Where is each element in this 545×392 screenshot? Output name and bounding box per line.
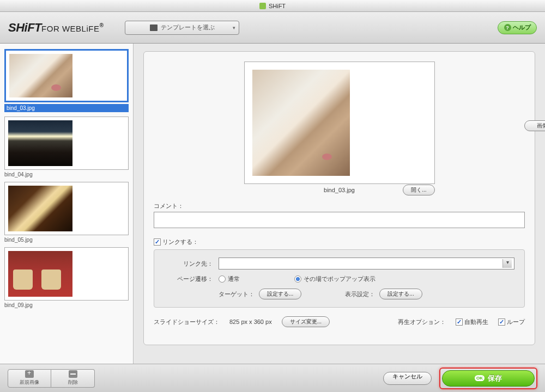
preview-frame: [244, 62, 435, 184]
resize-button[interactable]: サイズ変更...: [282, 316, 330, 327]
link-dest-label: リンク先：: [164, 260, 213, 268]
loop-checkbox[interactable]: [498, 318, 505, 326]
target-settings-button[interactable]: 設定する...: [259, 289, 301, 299]
save-button[interactable]: 保存: [442, 370, 535, 387]
content-area: 画像編集 bind_03.jpg 開く... コメント： リンクする： リンク先…: [134, 44, 545, 364]
editor-panel: 画像編集 bind_03.jpg 開く... コメント： リンクする： リンク先…: [143, 51, 535, 345]
link-dest-select[interactable]: [219, 258, 514, 270]
titlebar: SHiFT: [0, 0, 545, 12]
autoplay-checkbox[interactable]: [456, 318, 463, 326]
open-button[interactable]: 開く...: [403, 185, 434, 195]
thumbnail-item[interactable]: bind_04.jpg: [4, 117, 129, 177]
thumbnail-sidebar: bind_03.jpg bind_04.jpg bind_05.jpg bind…: [0, 44, 134, 364]
preview-image: [252, 70, 350, 176]
display-label: 表示設定：: [345, 290, 375, 298]
thumbnail-label: bind_05.jpg: [4, 237, 129, 243]
cancel-button[interactable]: キャンセル: [383, 372, 432, 385]
help-button[interactable]: ヘルプ: [498, 21, 537, 34]
footer: 新規画像 削除 キャンセル 保存: [0, 364, 545, 392]
preview-filename: bind_03.jpg: [324, 187, 355, 193]
thumbnail-label: bind_03.jpg: [4, 104, 129, 112]
minus-icon: [69, 370, 77, 378]
slideshow-size-value: 825 px x 360 px: [229, 318, 272, 325]
window-title: SHiFT: [269, 3, 286, 9]
link-settings-box: リンク先： ページ遷移： 通常 その場でポップアップ表示: [154, 249, 525, 308]
save-highlight: 保存: [439, 367, 537, 389]
new-image-button[interactable]: 新規画像: [8, 369, 51, 388]
thumbnail-label: bind_04.jpg: [4, 171, 129, 177]
thumbnail-image: [8, 251, 72, 297]
thumbnail-image: [9, 54, 72, 97]
thumbnail-image: [8, 186, 72, 231]
plus-icon: [25, 370, 34, 378]
comment-input[interactable]: [154, 212, 525, 228]
thumbnail-item[interactable]: bind_09.jpg: [4, 247, 129, 308]
thumbnail-item[interactable]: bind_03.jpg: [4, 49, 129, 112]
template-icon: [150, 24, 158, 31]
radio-normal[interactable]: [219, 275, 226, 283]
thumbnail-label: bind_09.jpg: [4, 302, 129, 308]
target-label: ターゲット：: [219, 290, 255, 298]
play-option-label: 再生オプション：: [398, 318, 446, 326]
thumbnail-item[interactable]: bind_05.jpg: [4, 182, 129, 243]
page-transition-label: ページ遷移：: [164, 275, 213, 283]
delete-button[interactable]: 削除: [51, 369, 95, 388]
template-select-button[interactable]: テンプレートを選ぶ: [125, 21, 239, 35]
edit-image-button[interactable]: 画像編集: [524, 120, 545, 131]
thumbnail-image: [8, 120, 72, 166]
slideshow-size-label: スライドショーサイズ：: [154, 318, 220, 326]
link-checkbox[interactable]: [154, 238, 161, 246]
toolbar: SHiFTFOR WEBLiFE® テンプレートを選ぶ ヘルプ: [0, 12, 545, 44]
display-settings-button[interactable]: 設定する...: [379, 289, 422, 299]
radio-popup[interactable]: [294, 275, 301, 283]
link-check-label: リンクする：: [162, 238, 198, 246]
comment-label: コメント：: [154, 202, 525, 210]
logo: SHiFTFOR WEBLiFE®: [8, 21, 103, 35]
app-icon: [259, 3, 266, 9]
